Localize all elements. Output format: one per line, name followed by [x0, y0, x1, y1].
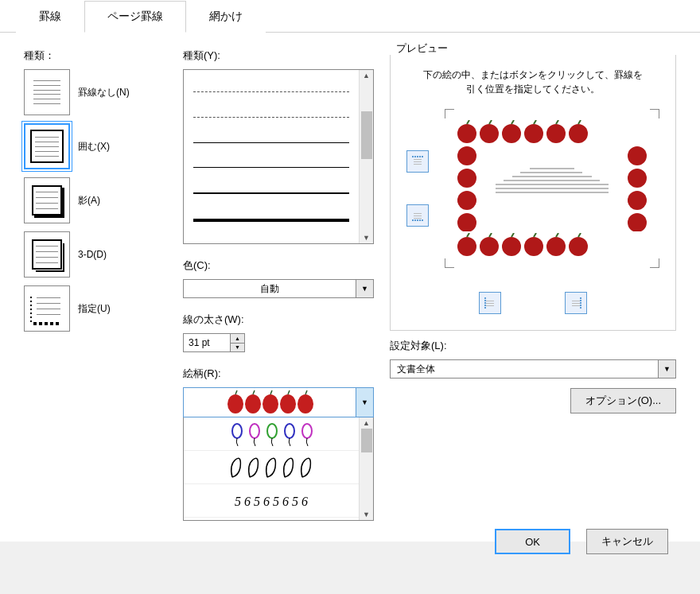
svg-line-22	[467, 120, 469, 124]
style-scrollbar[interactable]: ▲ ▼	[359, 70, 373, 243]
ok-button[interactable]: OK	[495, 529, 570, 554]
svg-line-34	[467, 233, 469, 237]
border-left-toggle[interactable]	[479, 292, 501, 314]
svg-line-5	[235, 390, 237, 394]
svg-line-38	[556, 233, 558, 237]
svg-point-18	[502, 124, 521, 143]
svg-point-10	[232, 424, 242, 438]
svg-point-1	[245, 394, 261, 413]
svg-point-19	[524, 124, 543, 143]
tab-shading[interactable]: 網かけ	[186, 1, 266, 33]
setting-shadow[interactable]: 影(A)	[24, 177, 167, 223]
style-column: 種類(Y): ▲ ▼ 色(C): 自動	[183, 49, 374, 542]
apply-to-value: 文書全体	[391, 360, 658, 378]
setting-custom[interactable]: 指定(U)	[24, 285, 167, 332]
svg-line-6	[253, 390, 255, 394]
art-selected	[184, 388, 356, 417]
svg-point-46	[628, 191, 647, 210]
svg-point-43	[457, 213, 476, 231]
svg-point-29	[480, 237, 499, 256]
setting-none-label: 罫線なし(N)	[78, 86, 130, 99]
scroll-down-icon[interactable]: ▼	[363, 511, 370, 518]
setting-3d-label: 3-D(D)	[78, 249, 107, 260]
tab-border[interactable]: 罫線	[16, 1, 84, 33]
setting-label: 種類：	[24, 49, 167, 63]
art-label: 絵柄(R):	[183, 367, 374, 381]
border-right-toggle[interactable]	[565, 292, 587, 314]
svg-point-30	[502, 237, 521, 256]
setting-column: 種類： 罫線なし(N) 囲む(X) 影(A) 3-D(D)	[24, 49, 167, 542]
svg-point-14	[302, 424, 312, 438]
scroll-up-icon[interactable]: ▲	[363, 419, 370, 427]
svg-point-11	[250, 424, 259, 438]
preview-hint: 下の絵の中、またはボタンをクリックして、罫線を引く位置を指定してください。	[391, 55, 675, 109]
svg-point-16	[457, 124, 476, 143]
preview-document[interactable]	[445, 109, 659, 268]
svg-point-44	[628, 146, 647, 165]
svg-point-40	[457, 146, 476, 165]
svg-point-13	[285, 424, 294, 438]
setting-box-label: 囲む(X)	[78, 140, 110, 153]
scroll-up-icon[interactable]: ▲	[363, 72, 370, 80]
color-value: 自動	[184, 280, 356, 297]
chevron-down-icon[interactable]: ▼	[658, 360, 675, 378]
color-combo[interactable]: 自動 ▼	[183, 279, 374, 298]
border-bottom-toggle[interactable]	[406, 204, 429, 227]
preview-column: プレビュー 下の絵の中、またはボタンをクリックして、罫線を引く位置を指定してくだ…	[390, 49, 676, 542]
svg-point-17	[480, 124, 499, 143]
width-label: 線の太さ(W):	[183, 313, 374, 327]
width-spinner[interactable]: 31 pt ▲ ▼	[183, 333, 245, 352]
svg-point-32	[546, 237, 566, 256]
svg-text:5 6 5 6 5 6 5 6: 5 6 5 6 5 6 5 6	[235, 495, 308, 508]
svg-point-28	[457, 237, 476, 256]
setting-custom-label: 指定(U)	[78, 302, 111, 316]
svg-point-20	[546, 124, 566, 143]
svg-point-21	[569, 124, 588, 143]
preview-doc-lines	[496, 160, 609, 217]
options-button[interactable]: オプション(O)...	[570, 388, 676, 413]
line-style-list[interactable]: ▲ ▼	[183, 69, 374, 244]
svg-line-8	[288, 390, 290, 394]
spinner-up-icon[interactable]: ▲	[231, 334, 244, 344]
dialog-content: 種類： 罫線なし(N) 囲む(X) 影(A) 3-D(D)	[0, 33, 700, 542]
spinner-down-icon[interactable]: ▼	[231, 344, 244, 352]
border-top-toggle[interactable]	[406, 150, 429, 173]
setting-none[interactable]: 罫線なし(N)	[24, 69, 167, 115]
svg-line-24	[511, 120, 514, 124]
apply-to-label: 設定対象(L):	[390, 339, 676, 353]
svg-point-47	[628, 213, 647, 231]
art-option-balloons[interactable]	[184, 417, 359, 451]
art-scrollbar[interactable]: ▲ ▼	[359, 417, 373, 520]
svg-point-42	[457, 191, 476, 210]
svg-line-35	[489, 233, 492, 237]
svg-point-12	[267, 424, 277, 438]
setting-box[interactable]: 囲む(X)	[24, 123, 167, 169]
setting-3d[interactable]: 3-D(D)	[24, 231, 167, 278]
svg-point-41	[457, 169, 476, 188]
svg-point-3	[280, 394, 296, 413]
dialog-button-row: OK キャンセル	[495, 529, 668, 554]
art-dropdown[interactable]: 5 6 5 6 5 6 5 6 ▲ ▼	[183, 417, 374, 521]
svg-point-0	[228, 394, 243, 413]
svg-line-9	[305, 390, 307, 394]
scroll-down-icon[interactable]: ▼	[363, 234, 370, 242]
svg-point-4	[298, 394, 313, 413]
chevron-down-icon[interactable]: ▼	[356, 280, 373, 297]
svg-line-7	[270, 390, 272, 394]
chevron-down-icon[interactable]: ▼	[356, 388, 373, 417]
preview-box: 下の絵の中、またはボタンをクリックして、罫線を引く位置を指定してください。	[390, 55, 676, 331]
svg-line-23	[489, 120, 492, 124]
svg-line-25	[534, 120, 536, 124]
svg-point-2	[262, 394, 278, 413]
art-option-swirls[interactable]	[184, 451, 359, 484]
cancel-button[interactable]: キャンセル	[586, 529, 668, 554]
art-option-numbers[interactable]: 5 6 5 6 5 6 5 6	[184, 484, 359, 518]
apply-to-combo[interactable]: 文書全体 ▼	[390, 359, 676, 379]
art-combo[interactable]: ▼	[183, 387, 374, 417]
svg-point-45	[628, 169, 647, 188]
svg-point-31	[524, 237, 543, 256]
svg-line-27	[578, 120, 581, 124]
tab-page-border[interactable]: ページ罫線	[84, 1, 186, 33]
width-value: 31 pt	[184, 334, 230, 351]
svg-line-26	[556, 120, 558, 124]
